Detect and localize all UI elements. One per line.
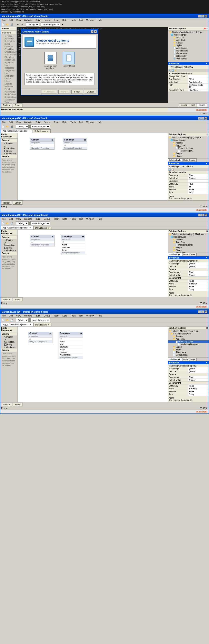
marketing-designer-4[interactable]: 📄 Marketing.Designer... <box>168 343 208 346</box>
tool-radiobutton[interactable]: RadioButton <box>1 93 16 96</box>
account-node-2[interactable]: 📁 Account <box>168 142 208 144</box>
props-close-btn-1[interactable]: ✕ <box>206 62 207 65</box>
contact-entity-4[interactable]: Contact ⊞ Properties Id Navigation Prope… <box>28 332 52 343</box>
design-tab-1[interactable]: Design <box>179 103 189 107</box>
menu-data-2[interactable]: Data <box>62 121 68 124</box>
appcode-node-2[interactable]: 📁 App_Code <box>168 144 208 147</box>
tab-default-3[interactable]: Default.aspx ✕ <box>34 226 52 230</box>
dev-server-expand[interactable]: ▶ <box>169 72 170 75</box>
name-v-4[interactable]: Property <box>188 387 209 390</box>
ef-entity-4[interactable]: 🔲 Entity <box>1 343 17 346</box>
menu-help-3[interactable]: Help <box>97 218 103 220</box>
tb-redo-1[interactable]: ↪ <box>20 22 24 26</box>
ef-pointer-4[interactable]: ↖ Pointer <box>1 336 17 338</box>
ef-entity-2[interactable]: 🔲 Entity <box>1 150 17 152</box>
tab-close-4b[interactable]: ✕ <box>48 324 50 326</box>
designer-area-4[interactable]: Contact ⊞ Properties Id Navigation Prope… <box>18 326 168 402</box>
prop-port-value[interactable]: 1099 <box>188 78 209 81</box>
maximize-btn-3[interactable]: □ <box>201 214 204 216</box>
props-icon-2[interactable]: 🔤 <box>172 70 174 72</box>
unicode-v-4[interactable]: (None) <box>188 370 209 373</box>
tab-close-3a[interactable]: ✕ <box>30 227 31 229</box>
ef-entity-3[interactable]: 🔲 Entity <box>1 246 17 249</box>
tool-dropdownlist[interactable]: DropDownList <box>1 53 16 56</box>
scripts-4[interactable]: 📁 Scripts <box>168 346 208 348</box>
menu-test-2[interactable]: Test <box>78 121 84 124</box>
marketingapp-node-2[interactable]: 🌐 MarketingApp <box>168 139 208 142</box>
ef-inheritance-2[interactable]: ↑ Inheritance <box>1 152 17 155</box>
null-v-4[interactable]: False <box>188 390 209 393</box>
ef-pointer-2[interactable]: ↖ Pointer <box>1 142 17 145</box>
ef-association-4[interactable]: ↗ Association <box>1 338 17 343</box>
styles-4[interactable]: 📁 Styles <box>168 348 208 351</box>
tree-scripts-1[interactable]: 📁 Scripts <box>168 42 208 44</box>
tree-about-1[interactable]: 📄 About.aspx <box>168 47 208 50</box>
tree-marketingapp-1[interactable]: 🌐 MarketingApp <box>168 34 208 36</box>
model-browser-tab-2[interactable]: Model Browser <box>182 158 196 162</box>
tool-radiobuttonlist[interactable]: RadioButtonList <box>1 96 16 98</box>
menu-website-2[interactable]: Website <box>23 121 33 124</box>
menu-tools-2[interactable]: Tools <box>70 121 76 124</box>
menu-edit-3[interactable]: Edit <box>8 218 14 220</box>
tool-hiddenfield[interactable]: HiddenField <box>1 58 16 61</box>
tb-save-3[interactable]: 💾 <box>10 221 14 226</box>
sol-root-2[interactable]: 📁 Solution MarketingApp (10) (1 pr... <box>168 136 208 139</box>
marketing-edmx-node-2[interactable]: 📄 Marketing.edmx <box>168 147 208 150</box>
menu-team-4[interactable]: Team <box>53 314 60 317</box>
menu-edit-1[interactable]: Edit <box>8 18 14 22</box>
campaign-entity-2[interactable]: Campaign ⊞ Properties Id Navigation Prop… <box>63 138 87 150</box>
menu-file-4[interactable]: File <box>1 314 6 317</box>
marketing-edmx-4[interactable]: 📄 Marketing.edmx <box>168 340 208 343</box>
props-icon-1[interactable]: 🔧 <box>168 70 171 72</box>
appcode-4[interactable]: 📁 App_Code <box>168 338 208 340</box>
server-tab-3[interactable]: Server <box>13 298 22 302</box>
f-path-4[interactable]: 📁 F:\...\MarketingApp\ <box>168 332 208 335</box>
tb-save-4[interactable]: 💾 <box>10 318 14 322</box>
menu-help-1[interactable]: Help <box>97 18 103 22</box>
toolbox-tab-4[interactable]: Toolbox <box>1 403 12 406</box>
tab-marketing-edmx-3[interactable]: App_Code/Marketing.edmx* ✕ <box>1 226 33 230</box>
menu-view-2[interactable]: View <box>15 121 22 124</box>
menu-build-3[interactable]: Build <box>35 218 41 220</box>
mapp-3[interactable]: 🌐 MarketingApp <box>168 236 208 238</box>
menu-view-4[interactable]: View <box>15 314 22 317</box>
tb-run-1[interactable]: ▶ <box>60 22 65 26</box>
close-btn-3[interactable]: ✕ <box>204 214 207 216</box>
marketing-d-node-2[interactable]: 📄 Marketing.D... <box>168 150 208 152</box>
menu-test-3[interactable]: Test <box>78 218 84 220</box>
menu-test-1[interactable]: Test <box>78 18 84 22</box>
tab-default-4[interactable]: Default.aspx ✕ <box>34 323 52 326</box>
ef-inheritance-4[interactable]: ↑ Inheritance <box>1 346 17 348</box>
menu-window-2[interactable]: Window <box>86 121 95 124</box>
concurr-v-3[interactable]: None <box>188 271 209 274</box>
tb-open-2[interactable]: 📂 <box>5 124 10 129</box>
model-tab-4[interactable]: Model Browser <box>182 358 196 361</box>
generate-from-db-option[interactable]: Generate from database <box>42 52 58 70</box>
tool-checkboxlist[interactable]: CheckBoxList <box>1 51 16 53</box>
next-button[interactable]: Next > <box>58 90 70 94</box>
default-4[interactable]: 📄 Default.aspx <box>168 354 208 356</box>
server-tab-1[interactable]: Server <box>13 104 22 107</box>
menu-test-4[interactable]: Test <box>78 314 84 317</box>
scripts-node-2[interactable]: 📁 Scripts <box>168 152 208 155</box>
maxlen-v-4[interactable]: (None) <box>188 367 209 370</box>
sol-root-4[interactable]: 📁 Solution 'MarketingApp' (1 pr... <box>168 330 208 332</box>
styles-node-2[interactable]: 📁 Styles <box>168 155 208 158</box>
menu-help-2[interactable]: Help <box>97 121 103 124</box>
tree-styles-1[interactable]: 📁 Styles <box>168 44 208 47</box>
menu-file-2[interactable]: File <box>1 121 6 124</box>
prop-path-value[interactable]: F:\Visual Studio 20... <box>188 84 209 88</box>
tb-save-2[interactable]: 💾 <box>10 124 14 129</box>
null-v-3[interactable]: False <box>188 285 209 288</box>
debug-dropdown-3[interactable]: Debug <box>16 221 28 226</box>
tb-save-1[interactable]: 💾 <box>10 22 14 26</box>
type-v-3[interactable]: String <box>188 288 209 291</box>
prev-button[interactable]: < Previous <box>41 90 57 94</box>
tab-close-4a[interactable]: ✕ <box>30 324 31 326</box>
menu-tools-1[interactable]: Tools <box>70 18 76 22</box>
toolbox-tab-3[interactable]: Toolbox <box>1 298 12 302</box>
tb-open-4[interactable]: 📂 <box>5 318 10 322</box>
menu-view-3[interactable]: View <box>15 218 22 220</box>
config-dropdown-3[interactable]: savechanges <box>30 221 50 226</box>
concurren-value-2[interactable]: None <box>188 174 209 176</box>
